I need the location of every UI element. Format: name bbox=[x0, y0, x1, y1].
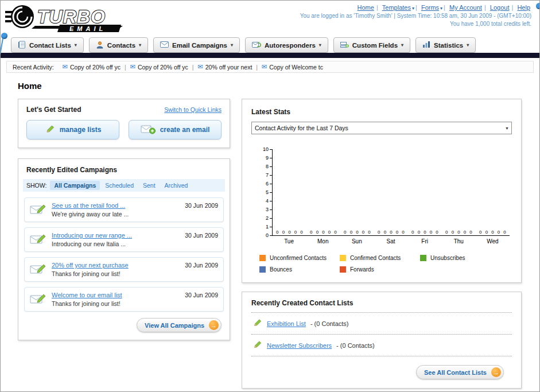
chevron-down-icon: ▾ bbox=[75, 42, 77, 48]
latest-stats-panel: Latest Stats Contact Activity for the La… bbox=[242, 99, 522, 283]
contact-list-link[interactable]: Newsletter Subscribers bbox=[267, 342, 332, 349]
legend-item: Confirmed Contacts bbox=[340, 255, 420, 261]
manage-lists-label: manage lists bbox=[60, 126, 102, 134]
chevron-down-icon: ▾ bbox=[412, 6, 414, 11]
header-right: Home| Templates▾| Forms▾| My Account| Lo… bbox=[300, 3, 531, 27]
chart-day-label: Fri bbox=[408, 238, 442, 244]
chart-value-label: 0 bbox=[322, 230, 324, 235]
switch-quick-links-link[interactable]: Switch to Quick Links bbox=[164, 106, 222, 113]
chart-value-label: 0 bbox=[316, 230, 318, 235]
chevron-down-icon: ▾ bbox=[319, 42, 321, 48]
contact-lists-title: Recently Created Contact Lists bbox=[251, 299, 512, 313]
campaign-item[interactable]: Welcome to our email list Thanks for joi… bbox=[24, 287, 224, 312]
tab-contacts[interactable]: Contacts ▾ bbox=[89, 37, 148, 53]
tab-statistics[interactable]: Statistics ▾ bbox=[415, 37, 476, 53]
see-all-contact-lists-button[interactable]: See All Contact Lists → bbox=[416, 365, 504, 379]
contact-list-item[interactable]: Exhibition List - (0 Contacts) bbox=[251, 313, 512, 335]
annotation-dot-right bbox=[536, 3, 540, 9]
filter-all-campaigns[interactable]: All Campaigns bbox=[50, 181, 100, 190]
chart-bar-group: 00000 bbox=[408, 149, 442, 235]
nav-underline-bar bbox=[1, 53, 539, 58]
dropdown-arrow-icon: ▼ bbox=[503, 123, 511, 133]
tab-label: Contact Lists bbox=[29, 42, 71, 49]
campaign-date: 30 Jun 2009 bbox=[185, 232, 218, 247]
recent-activity-item[interactable]: ✉20% off your next bbox=[198, 63, 252, 71]
campaign-item[interactable]: See us at the retail food ... We're givi… bbox=[24, 197, 224, 222]
turbo-email-logo[interactable]: TURBO EMAIL bbox=[5, 3, 151, 35]
campaign-item[interactable]: 20% off your next purchase Thanks for jo… bbox=[24, 257, 224, 282]
link-help[interactable]: Help bbox=[517, 4, 530, 11]
legend-swatch bbox=[420, 255, 426, 261]
campaign-subtitle: We're giving away our late ... bbox=[52, 211, 180, 218]
campaign-title-link[interactable]: 20% off your next purchase bbox=[52, 262, 180, 269]
manage-lists-button[interactable]: manage lists bbox=[26, 120, 119, 139]
tab-contact-lists[interactable]: Contact Lists ▾ bbox=[11, 37, 84, 53]
chart-value-label: 0 bbox=[390, 230, 392, 235]
chart-ytick-label: 3 bbox=[266, 207, 269, 212]
email-icon: ✉ bbox=[262, 63, 267, 71]
legend-label: Unconfirmed Contacts bbox=[270, 255, 327, 261]
recent-activity-item[interactable]: ✉Copy of 20% off yc bbox=[130, 63, 188, 71]
link-templates[interactable]: Templates bbox=[382, 4, 411, 11]
stats-period-dropdown[interactable]: Contact Activity for the Last 7 Days ▼ bbox=[251, 122, 512, 134]
filter-scheduled[interactable]: Scheduled bbox=[101, 181, 138, 190]
recent-activity-item[interactable]: ✉Copy of Welcome tc bbox=[262, 63, 323, 71]
chart-day-label: Sun bbox=[340, 238, 374, 244]
campaign-filter-bar: SHOW: All Campaigns Scheduled Sent Archi… bbox=[23, 179, 225, 192]
show-label: SHOW: bbox=[26, 182, 46, 189]
separator: | bbox=[415, 4, 417, 11]
link-logout[interactable]: Logout bbox=[490, 4, 510, 11]
view-all-campaigns-button[interactable]: View All Campaigns → bbox=[137, 318, 222, 332]
recent-activity-label: Recent Activity: bbox=[13, 64, 54, 71]
legend-item: Unconfirmed Contacts bbox=[259, 255, 340, 261]
filter-sent[interactable]: Sent bbox=[139, 181, 160, 190]
email-edit-icon bbox=[30, 202, 47, 218]
email-icon: ✉ bbox=[130, 63, 135, 71]
link-forms[interactable]: Forms bbox=[421, 4, 439, 11]
stats-period-value: Contact Activity for the Last 7 Days bbox=[255, 125, 348, 131]
chart-value-label: 0 bbox=[418, 230, 420, 235]
create-email-button[interactable]: create an email bbox=[129, 120, 222, 139]
campaign-title-link[interactable]: Introducing our new range ... bbox=[52, 232, 180, 239]
chart-bar-group: 00000 bbox=[476, 149, 510, 235]
right-column: Latest Stats Contact Activity for the La… bbox=[242, 99, 522, 389]
chart-value-label: 0 bbox=[479, 230, 481, 235]
campaign-title-link[interactable]: See us at the retail food ... bbox=[52, 202, 180, 209]
campaign-title-link[interactable]: Welcome to our email list bbox=[52, 292, 180, 298]
link-home[interactable]: Home bbox=[358, 4, 374, 11]
chart-value-label: 0 bbox=[384, 230, 386, 235]
contact-list-item[interactable]: Newsletter Subscribers - (0 Contacts) bbox=[251, 335, 512, 356]
chart-value-label: 0 bbox=[378, 230, 380, 235]
tab-custom-fields[interactable]: Custom Fields ▾ bbox=[333, 37, 410, 53]
chart-value-label: 0 bbox=[350, 230, 352, 235]
chart-ytick-label: 4 bbox=[266, 198, 269, 204]
chart-bar-group: 00000 bbox=[442, 149, 476, 235]
chart-ytick-label: 6 bbox=[266, 181, 269, 187]
chart-value-label: 0 bbox=[356, 230, 358, 235]
chart-value-label: 0 bbox=[344, 230, 346, 235]
legend-swatch bbox=[259, 255, 266, 261]
link-my-account[interactable]: My Account bbox=[449, 4, 482, 11]
campaign-item[interactable]: Introducing our new range ... Introducin… bbox=[24, 227, 224, 252]
page-title: Home bbox=[18, 81, 539, 91]
email-campaigns-icon bbox=[160, 41, 169, 49]
custom-fields-icon bbox=[340, 41, 349, 49]
chart-ytick-label: 2 bbox=[266, 215, 269, 221]
tab-email-campaigns[interactable]: Email Campaigns ▾ bbox=[153, 37, 240, 53]
chart-value-label: 0 bbox=[294, 230, 297, 235]
chevron-down-icon: ▾ bbox=[139, 42, 141, 48]
filter-archived[interactable]: Archived bbox=[161, 181, 192, 190]
arrow-right-icon: → bbox=[209, 320, 219, 330]
tab-autoresponders[interactable]: Autoresponders ▾ bbox=[245, 37, 328, 53]
credits-info: You have 1,000 total credits left. bbox=[300, 21, 531, 27]
recent-activity-item[interactable]: ✉Copy of 20% off yc bbox=[63, 63, 121, 71]
autoresponders-icon bbox=[252, 41, 261, 49]
contact-list-link[interactable]: Exhibition List bbox=[267, 320, 306, 327]
email-icon: ✉ bbox=[63, 63, 68, 71]
recent-activity-item-label: 20% off your next bbox=[205, 64, 252, 71]
email-edit-icon bbox=[30, 292, 47, 307]
legend-label: Bounces bbox=[270, 266, 292, 273]
chart-value-label: 0 bbox=[430, 230, 432, 235]
separator: | bbox=[484, 4, 486, 11]
pencil-icon bbox=[252, 340, 262, 351]
